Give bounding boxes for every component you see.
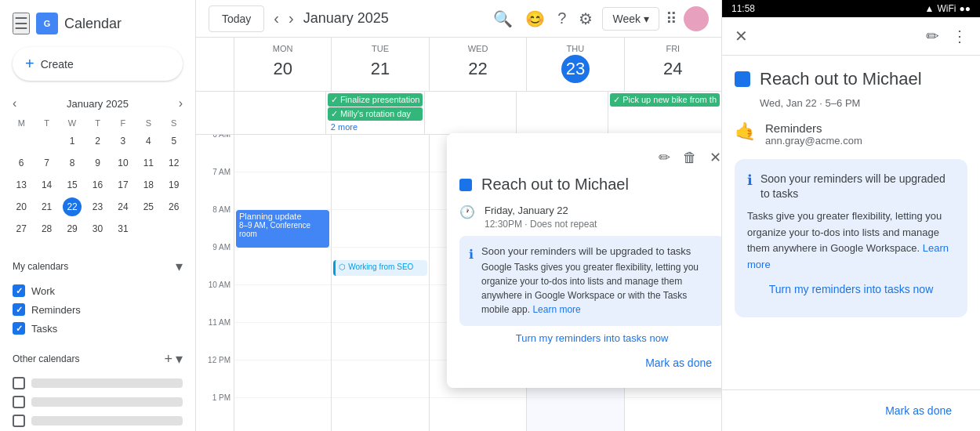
- nav-prev-button[interactable]: ‹: [270, 6, 282, 31]
- mini-cal-day-6[interactable]: 6: [12, 154, 31, 172]
- week-day-header-fri: FRI 24: [624, 38, 721, 91]
- mini-cal-day-23[interactable]: 23: [88, 197, 107, 216]
- day-num-tue[interactable]: 21: [366, 55, 394, 83]
- today-button[interactable]: Today: [209, 5, 264, 32]
- other-calendars-add[interactable]: +: [164, 350, 172, 368]
- mini-cal-day-11[interactable]: 11: [139, 154, 158, 172]
- mini-cal-day-25[interactable]: 25: [139, 197, 158, 216]
- mini-cal-day-4[interactable]: 4: [139, 132, 158, 150]
- all-day-event-finalize[interactable]: ✓ Finalize presentation: [328, 93, 423, 107]
- mini-cal-day-15[interactable]: 15: [63, 176, 82, 194]
- other-calendar-item-2[interactable]: [0, 393, 195, 411]
- mini-cal-day-20[interactable]: 20: [12, 197, 31, 216]
- mini-cal-day-29[interactable]: 29: [63, 219, 82, 238]
- popup-edit-button[interactable]: ✏: [655, 146, 673, 169]
- mini-cal-day-10[interactable]: 10: [114, 154, 132, 172]
- reminders-checkbox[interactable]: [13, 303, 25, 316]
- more-events-tue[interactable]: 2 more: [328, 121, 423, 132]
- calendar-item-reminders[interactable]: Reminders: [0, 300, 195, 319]
- popup-header: ✏ 🗑 ✕: [459, 146, 721, 169]
- hour-tue-7: [332, 172, 428, 210]
- day-num-thu[interactable]: 23: [561, 55, 590, 83]
- mini-cal-day-13[interactable]: 13: [12, 176, 31, 194]
- create-button[interactable]: + Create: [13, 47, 183, 81]
- event-planning-update[interactable]: Planning update 8–9 AM, Conference room: [236, 210, 329, 248]
- my-calendars-toggle[interactable]: ▾: [176, 258, 183, 275]
- popup-upgrade-link[interactable]: Turn my reminders into tasks now: [459, 332, 721, 344]
- mini-cal-day-19[interactable]: 19: [165, 176, 183, 194]
- mini-cal-day-2[interactable]: 2: [88, 132, 107, 150]
- work-label: Work: [31, 285, 55, 297]
- popup-time-text: 12:30PM · Does not repeat: [485, 219, 597, 230]
- mini-cal-day-24[interactable]: 24: [114, 197, 132, 216]
- all-day-event-milly[interactable]: ✓ Milly's rotation day: [328, 107, 423, 121]
- mini-cal-day-28[interactable]: 28: [38, 219, 56, 238]
- mini-cal-day-17[interactable]: 17: [114, 176, 132, 194]
- popup-date-detail: Friday, January 22 12:30PM · Does not re…: [485, 203, 597, 230]
- mini-cal-day-empty: [12, 132, 31, 150]
- account-avatar[interactable]: [684, 6, 709, 31]
- other-cal-checkbox-2[interactable]: [13, 396, 25, 408]
- hour-tue-11: [332, 323, 428, 360]
- all-day-event-bike[interactable]: ✓ Pick up new bike from th: [610, 93, 720, 107]
- rp-upgrade-link[interactable]: Turn my reminders into tasks now: [747, 283, 955, 295]
- other-calendar-item-1[interactable]: [0, 374, 195, 393]
- mini-cal-day-7[interactable]: 7: [38, 154, 56, 172]
- search-button[interactable]: 🔍: [490, 6, 516, 31]
- event-planning-sub: 8–9 AM, Conference room: [239, 221, 326, 238]
- other-cal-checkbox-3[interactable]: [13, 415, 25, 427]
- mini-cal-day-31[interactable]: 31: [114, 219, 132, 238]
- mini-calendar: ‹ January 2025 › M T W T F S S 123456789…: [0, 87, 195, 245]
- mini-cal-next[interactable]: ›: [176, 93, 186, 114]
- other-cal-checkbox-1[interactable]: [13, 377, 25, 389]
- other-cal-label-1: [31, 378, 183, 388]
- mini-cal-day-14[interactable]: 14: [38, 176, 56, 194]
- rp-reminder-email: ann.gray@acme.com: [765, 135, 862, 147]
- rp-mark-done-button[interactable]: Mark as done: [869, 397, 967, 425]
- rp-more-button[interactable]: ⋮: [949, 24, 971, 49]
- help-button[interactable]: ?: [554, 6, 569, 31]
- mini-cal-header: ‹ January 2025 ›: [9, 93, 186, 114]
- other-calendar-item-3[interactable]: [0, 411, 195, 430]
- popup-delete-button[interactable]: 🗑: [680, 146, 700, 169]
- mini-cal-day-8[interactable]: 8: [63, 154, 82, 172]
- work-checkbox[interactable]: [13, 284, 25, 297]
- apps-grid-icon[interactable]: ⠿: [666, 9, 677, 28]
- mini-cal-day-21[interactable]: 21: [38, 197, 56, 216]
- mini-cal-day-9[interactable]: 9: [88, 154, 107, 172]
- mini-cal-day-12[interactable]: 12: [165, 154, 183, 172]
- hamburger-button[interactable]: ☰: [13, 13, 30, 34]
- emoji-button[interactable]: 😊: [522, 6, 548, 31]
- hour-mon-1: [234, 398, 331, 431]
- mini-cal-day-1[interactable]: 1: [63, 132, 82, 150]
- rp-close-button[interactable]: ✕: [731, 24, 751, 49]
- mini-cal-day-3[interactable]: 3: [114, 132, 132, 150]
- mini-cal-day-22[interactable]: 22: [63, 197, 82, 216]
- hour-thu-1: [527, 398, 623, 431]
- other-calendars-toggle[interactable]: ▾: [176, 350, 183, 368]
- calendar-item-tasks[interactable]: Tasks: [0, 319, 195, 338]
- day-num-fri[interactable]: 24: [659, 55, 687, 83]
- mini-cal-day-16[interactable]: 16: [88, 176, 107, 194]
- tasks-checkbox[interactable]: [13, 322, 25, 335]
- mini-cal-day-30[interactable]: 30: [88, 219, 107, 238]
- settings-button[interactable]: ⚙: [575, 6, 596, 31]
- event-working-seo[interactable]: ⬡ Working from SEO: [333, 260, 426, 276]
- mini-cal-prev[interactable]: ‹: [9, 93, 20, 114]
- day-num-wed[interactable]: 22: [463, 55, 492, 83]
- mini-cal-day-18[interactable]: 18: [139, 176, 158, 194]
- mini-cal-day-27[interactable]: 27: [12, 219, 31, 238]
- rp-edit-button[interactable]: ✏: [923, 24, 942, 49]
- popup-mark-done-button[interactable]: Mark as done: [633, 350, 721, 375]
- popup-close-button[interactable]: ✕: [706, 146, 721, 169]
- mini-cal-day-26[interactable]: 26: [165, 197, 183, 216]
- popup-learn-more-link[interactable]: Learn more: [532, 304, 580, 315]
- popup-time-icon: 🕐: [459, 205, 475, 219]
- day-num-mon[interactable]: 20: [269, 55, 297, 83]
- mini-cal-day-5[interactable]: 5: [165, 132, 183, 150]
- popup-footer: Mark as done: [459, 350, 721, 375]
- nav-next-button[interactable]: ›: [285, 6, 297, 31]
- rp-info-header: ℹ Soon your reminders will be upgraded t…: [747, 172, 955, 202]
- calendar-item-work[interactable]: Work: [0, 281, 195, 300]
- week-selector-button[interactable]: Week ▾: [602, 7, 659, 31]
